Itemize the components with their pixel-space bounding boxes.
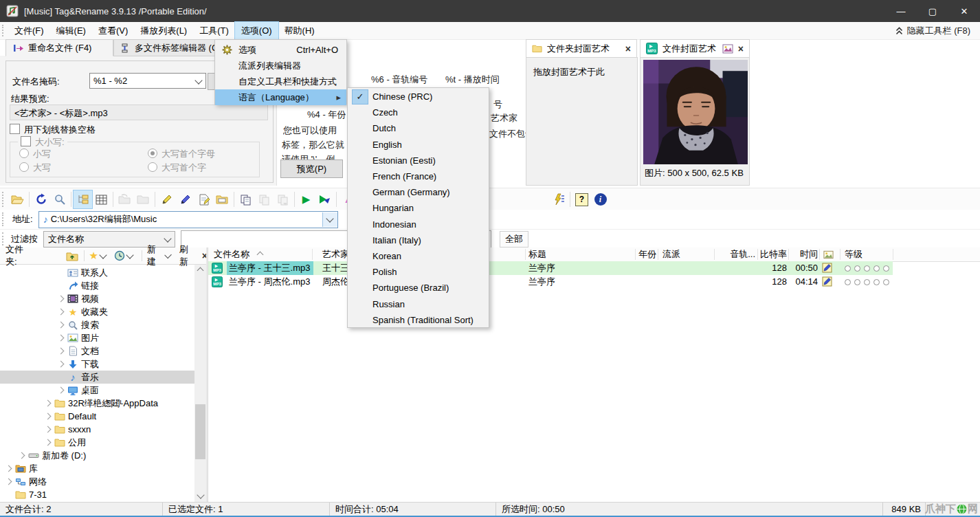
tree-item-libraries[interactable]: 库 <box>0 462 194 475</box>
file-row[interactable]: MP3 兰亭序 - 周杰伦.mp3 周杰伦 兰亭序 128 04:14 <box>208 275 980 289</box>
menu-file[interactable]: 文件(F) <box>8 22 50 39</box>
close-icon[interactable]: × <box>625 43 631 54</box>
radio-uppercase[interactable]: 大写 <box>19 162 51 174</box>
tree-item-folder[interactable]: 公用 <box>0 436 194 449</box>
tree-item-pictures[interactable]: 图片 <box>0 331 194 344</box>
search-icon[interactable] <box>50 190 69 208</box>
tree-item-folder[interactable]: 32R缂栬緫閮ᴸAppData <box>0 397 194 410</box>
col-time[interactable]: 时间 <box>779 248 818 261</box>
copy-icon[interactable] <box>236 190 255 208</box>
menu-view[interactable]: 查看(V) <box>92 22 134 39</box>
col-title[interactable]: 标题 <box>528 248 546 261</box>
tree-item-links[interactable]: 链接 <box>0 279 194 292</box>
minimize-button[interactable]: — <box>885 0 917 22</box>
folder-icon[interactable] <box>134 190 153 208</box>
tree-item-contacts[interactable]: 联系人 <box>0 266 194 279</box>
refresh-icon[interactable] <box>32 190 50 208</box>
language-item[interactable]: Indonesian <box>348 217 489 232</box>
menu-playlist[interactable]: 播放列表(L) <box>134 22 193 39</box>
rating-circles[interactable] <box>845 279 889 293</box>
info-icon[interactable]: i <box>591 190 610 208</box>
tree-item-folder[interactable]: sxxxn <box>0 423 194 436</box>
file-row[interactable]: MP3 兰亭序 - 王十三.mp3 王十三 兰亭序 128 00:50 <box>208 261 980 275</box>
menu-help[interactable]: 帮助(H) <box>278 22 321 39</box>
underscore-checkbox[interactable]: 用下划线替换空格 <box>10 124 96 136</box>
language-item[interactable]: Estonian (Eesti) <box>348 153 489 168</box>
filename-mask-combo[interactable]: %1 - %2 <box>89 73 206 89</box>
language-item[interactable]: German (Germany) <box>348 184 489 200</box>
paste-tags-icon[interactable] <box>274 190 292 208</box>
language-item-checked[interactable]: ✓ Chinese (PRC) <box>348 89 489 104</box>
col-artist[interactable]: 艺术家 <box>322 248 349 261</box>
tree-item-folder[interactable]: Default <box>0 410 194 423</box>
language-item[interactable]: Hungarian <box>348 200 489 216</box>
folder-tree-toggle-icon[interactable] <box>74 190 92 208</box>
filter-all-button[interactable]: 全部 <box>500 231 528 248</box>
language-item[interactable]: Korean <box>348 248 489 264</box>
language-item[interactable]: Czech <box>348 104 489 120</box>
paste-icon[interactable] <box>255 190 274 208</box>
tree-item-folder[interactable]: 7-31 <box>0 488 194 501</box>
write-tags-pencil-icon[interactable] <box>157 190 176 208</box>
radio-lowercase[interactable]: 小写 <box>19 148 51 160</box>
language-item[interactable]: Italian (Italy) <box>348 232 489 248</box>
tree-item-videos[interactable]: 视频 <box>0 292 194 305</box>
tree-item-downloads[interactable]: 下载 <box>0 358 194 371</box>
folder-up-icon[interactable] <box>66 251 79 261</box>
menu-tools[interactable]: 工具(T) <box>193 22 235 39</box>
scroll-up-arrow[interactable] <box>194 265 206 276</box>
tree-scrollbar[interactable] <box>194 265 206 502</box>
address-dropdown-button[interactable] <box>322 212 337 227</box>
help-icon[interactable]: ? <box>572 190 591 208</box>
tab-rename-files[interactable]: 重命名文件 (F4) <box>5 39 113 56</box>
menu-edit[interactable]: 编辑(E) <box>50 22 92 39</box>
close-button[interactable]: ✕ <box>948 0 980 22</box>
menu-options[interactable]: 选项(O) <box>235 22 278 39</box>
tree-item-documents[interactable]: 文档 <box>0 344 194 358</box>
col-rating[interactable]: 等级 <box>845 248 862 261</box>
file-art-tab[interactable]: MP3 文件封面艺术 × <box>640 39 750 58</box>
radio-capitalize-words[interactable]: 大写首个字母 <box>148 148 215 160</box>
play-icon[interactable]: ▶ <box>297 190 315 208</box>
scroll-down-arrow[interactable] <box>194 490 206 502</box>
undo-folder-icon[interactable] <box>115 190 134 208</box>
maximize-button[interactable]: ▢ <box>917 0 948 22</box>
tree-item-desktop[interactable]: 桌面 <box>0 384 194 397</box>
tree-item-music[interactable]: ♪ 音乐 <box>0 371 194 384</box>
tree-item-favorites[interactable]: ★ 收藏夹 <box>0 305 194 318</box>
language-item[interactable]: French (France) <box>348 168 489 184</box>
edit-document-icon[interactable] <box>194 190 213 208</box>
col-genre[interactable]: 流派 <box>662 248 680 261</box>
radio-capitalize-first[interactable]: 大写首个字 <box>148 162 206 174</box>
history-menu-button[interactable] <box>114 250 137 261</box>
hide-toolbar-button[interactable]: 隐藏工具栏 (F8) <box>895 22 980 39</box>
language-item[interactable]: Polish <box>348 264 489 280</box>
open-folder-icon[interactable] <box>8 190 27 208</box>
language-item[interactable]: Dutch <box>348 120 489 136</box>
language-item[interactable]: English <box>348 137 489 153</box>
language-item[interactable]: Russian <box>348 296 489 311</box>
folder-art-tab[interactable]: 文件夹封面艺术 × <box>526 39 637 58</box>
close-icon[interactable]: × <box>738 43 744 54</box>
auto-numbering-icon[interactable] <box>549 190 568 208</box>
play-selected-icon[interactable] <box>315 190 334 208</box>
tree-item-search[interactable]: 搜索 <box>0 318 194 331</box>
write-tags-pencil-blue-icon[interactable] <box>176 190 194 208</box>
tree-item-network[interactable]: 网络 <box>0 475 194 488</box>
col-year[interactable]: 年份 <box>621 248 656 261</box>
col-filename[interactable]: 文件名称 <box>214 248 263 261</box>
menu-item-options[interactable]: 选项 Ctrl+Alt+O <box>215 42 346 58</box>
tree-item-drive-d[interactable]: 新加卷 (D:) <box>0 449 194 462</box>
preview-button[interactable]: 预览(P) <box>280 160 343 178</box>
menu-item-customize-toolbar[interactable]: 自定义工具栏和快捷方式 <box>215 74 346 89</box>
scrollbar-thumb[interactable] <box>195 404 205 459</box>
menu-item-language[interactable]: 语言（Language） ▸ <box>215 89 346 105</box>
picture-icon[interactable] <box>722 44 733 54</box>
menu-item-genre-editor[interactable]: 流派列表编辑器 <box>215 58 346 74</box>
favorites-menu-button[interactable]: ★ <box>89 250 109 262</box>
grid-view-icon[interactable] <box>92 190 111 208</box>
address-combo[interactable]: ♪ C:\Users\32R编辑部\Music <box>38 211 338 228</box>
language-item[interactable]: Portuguese (Brazil) <box>348 280 489 296</box>
case-checkbox[interactable]: 大小写: <box>18 136 67 148</box>
language-item[interactable]: Spanish (Traditional Sort) <box>348 312 489 328</box>
